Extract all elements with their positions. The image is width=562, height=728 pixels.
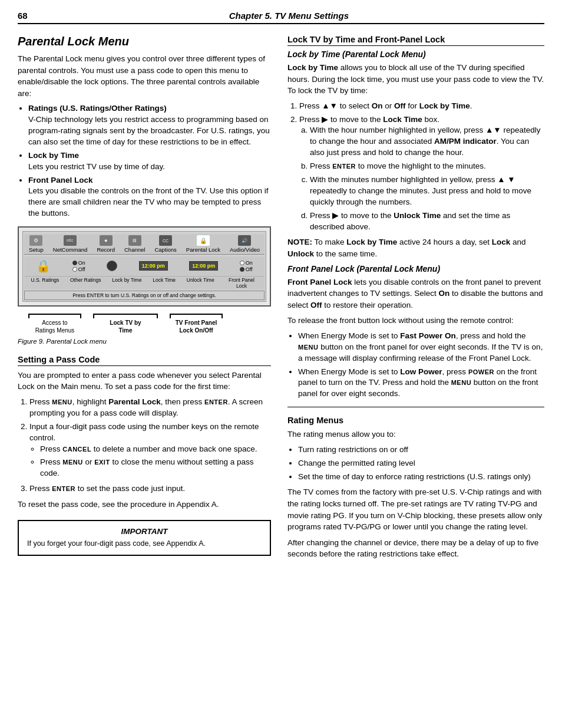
rating-body1: The TV comes from the factory with pre-s… <box>287 486 544 532</box>
fpl-bullet-1: When Energy Mode is set to Fast Power On… <box>298 331 544 364</box>
menu-key-1: MENU <box>52 398 72 406</box>
bracket-diagram: Access toRatings Menus Lock TV byTime TV… <box>22 314 266 334</box>
ratings-title: Ratings (U.S. Ratings/Other Ratings) <box>28 104 167 113</box>
label-us-ratings: U.S. Ratings <box>31 277 59 289</box>
lock-time-box: 12:00 pm <box>139 261 168 271</box>
label-front-panel-lock: Front Panel Lock <box>225 277 257 289</box>
menu-item-captions: CC Captions <box>154 235 177 253</box>
menu-item-channel: ▤ Channel <box>124 235 145 253</box>
fpl-intro: Front Panel Lock lets you disable contro… <box>287 276 544 311</box>
passcode-steps: Press MENU, highlight Parental Lock, the… <box>29 397 271 495</box>
bracket-left-line <box>28 314 81 318</box>
reset-note: To reset the pass code, see the procedur… <box>18 499 271 510</box>
important-box: IMPORTANT If you forget your four-digit … <box>18 520 271 556</box>
rating-divider <box>287 407 544 407</box>
unlock-time-control: 12:00 pm <box>189 261 218 271</box>
lock-symbol: 🔒 <box>36 259 51 273</box>
other-ratings-control <box>107 261 117 271</box>
important-title: IMPORTANT <box>27 527 262 536</box>
captions-icon: CC <box>159 235 172 246</box>
bracket-middle-line <box>93 314 158 318</box>
chapter-title: Chapter 5. TV Menu Settings <box>34 11 544 21</box>
lock-time-control: 12:00 pm <box>139 261 168 271</box>
enter-key-lbt: ENTER <box>332 163 356 170</box>
rating-menus-intro: The rating menus allow you to: <box>287 429 544 440</box>
menu-item-record: ● Record <box>97 235 115 253</box>
lockbytime-title: Lock by Time <box>28 151 79 160</box>
label-other-ratings: Other Ratings <box>70 277 101 289</box>
record-icon: ● <box>100 235 113 246</box>
lbt-substeps: With the hour number highlighted in yell… <box>310 125 544 232</box>
two-col-layout: Parental Lock Menu The Parental Lock men… <box>18 35 544 564</box>
off-radio-dot <box>72 267 77 272</box>
rating-bullet-1: Turn rating restrictions on or off <box>298 444 544 456</box>
rating-menus-title: Rating Menus <box>287 416 544 426</box>
passcode-sub-1: Press CANCEL to delete a number and move… <box>40 444 271 455</box>
frontpanel-radio: On Off <box>240 260 253 272</box>
features-list: Ratings (U.S. Ratings/Other Ratings) V-C… <box>28 103 271 219</box>
us-ratings-off: Off <box>72 266 85 272</box>
lockbytime-body: Lets you restrict TV use by time of day. <box>28 162 165 171</box>
bracket-left: Access toRatings Menus <box>22 314 87 334</box>
unlock-time-box: 12:00 pm <box>189 261 218 271</box>
lock-by-time-subtitle: Lock by Time (Parental Lock Menu) <box>287 50 544 59</box>
lbt-step-1: Press ▲▼ to select On or Off for Lock by… <box>299 101 544 112</box>
menu-key-2: MENU <box>62 459 82 466</box>
lbt-note: NOTE: To make Lock by Time active 24 hou… <box>287 236 544 259</box>
main-title: Parental Lock Menu <box>18 35 271 48</box>
passcode-step-3: Press ENTER to set the pass code just in… <box>29 483 271 495</box>
audiovideo-icon: 🔊 <box>238 235 251 246</box>
tv-menu-inner: ⚙ Setup 𝕟𝕥𝕔 NetCommand ● Record ▤ <box>22 231 266 302</box>
passcode-section-title: Setting a Pass Code <box>18 355 271 366</box>
rating-bullet-2: Change the permitted rating level <box>298 458 544 469</box>
us-ratings-on: On <box>72 260 85 266</box>
exit-key: EXIT <box>94 459 110 466</box>
menu-column-labels: U.S. Ratings Other Ratings Lock by Time … <box>24 276 265 289</box>
menu-item-netcommand: 𝕟𝕥𝕔 NetCommand <box>53 235 88 253</box>
fp-on: On <box>240 260 253 266</box>
page-number: 68 <box>18 11 28 21</box>
lock-tv-title: Lock TV by Time and Front-Panel Lock <box>287 35 544 46</box>
menu-bar: ⚙ Setup 𝕟𝕥𝕔 NetCommand ● Record ▤ <box>24 234 265 255</box>
left-column: Parental Lock Menu The Parental Lock men… <box>18 35 271 564</box>
label-lock-by-time: Lock by Time <box>112 277 141 289</box>
fp-off: Off <box>240 266 253 272</box>
rating-bullet-3: Set the time of day to enforce rating re… <box>298 472 544 483</box>
right-column: Lock TV by Time and Front-Panel Lock Loc… <box>287 35 544 564</box>
netcommand-icon: 𝕟𝕥𝕔 <box>64 235 77 246</box>
us-ratings-control: On Off <box>72 260 85 272</box>
tv-menu-screenshot: ⚙ Setup 𝕟𝕥𝕔 NetCommand ● Record ▤ <box>18 226 271 307</box>
ratings-body: V-Chip technology lets you restrict acce… <box>28 115 270 146</box>
lock-by-time-intro: Lock by Time allows you to block all use… <box>287 62 544 97</box>
lbt-step-2: Press ▶ to move to the Lock Time box. Wi… <box>299 114 544 233</box>
lock-by-time-steps: Press ▲▼ to select On or Off for Lock by… <box>299 101 544 233</box>
lbt-sub-c: With the minutes number highlighted in y… <box>310 174 544 208</box>
power-key: POWER <box>468 368 494 375</box>
fpl-bullets: When Energy Mode is set to Fast Power On… <box>298 331 544 400</box>
page-header: 68 Chapter 5. TV Menu Settings <box>18 11 544 24</box>
rating-menus-bullets: Turn rating restrictions on or off Chang… <box>298 444 544 483</box>
on-radio-dot <box>72 261 77 265</box>
other-ratings-icon <box>107 261 117 271</box>
passcode-step-1: Press MENU, highlight Parental Lock, the… <box>29 397 271 419</box>
fp-on-dot <box>240 261 244 265</box>
cancel-key: CANCEL <box>62 446 91 453</box>
bracket-middle-label: Lock TV byTime <box>110 319 141 334</box>
passcode-sub-2: Press MENU or EXIT to close the menu wit… <box>40 457 271 479</box>
frontpanel-title: Front Panel Lock <box>28 176 93 185</box>
menu-item-audiovideo: 🔊 Audio/Video <box>230 235 260 253</box>
channel-icon: ▤ <box>128 235 141 246</box>
figure-caption: Figure 9. Parental Lock menu <box>18 337 271 347</box>
lbt-sub-b: Press ENTER to move the highlight to the… <box>310 161 544 172</box>
bracket-right-label: TV Front PanelLock On/Off <box>176 319 217 334</box>
lbt-sub-a: With the hour number highlighted in yell… <box>310 125 544 159</box>
enter-key-1: ENTER <box>204 398 228 406</box>
menu-item-setup: ⚙ Setup <box>29 235 44 253</box>
status-bar: Press ENTER to turn U.S. Ratings on or o… <box>24 291 265 300</box>
fp-off-dot <box>240 267 244 272</box>
menu-key-fpl2: MENU <box>451 379 471 386</box>
enter-key-2: ENTER <box>52 485 75 492</box>
page-container: 68 Chapter 5. TV Menu Settings Parental … <box>0 0 562 728</box>
fpl-bullet-2: When Energy Mode is set to Low Power, pr… <box>298 367 544 400</box>
important-text: If you forget your four-digit pass code,… <box>27 539 262 549</box>
